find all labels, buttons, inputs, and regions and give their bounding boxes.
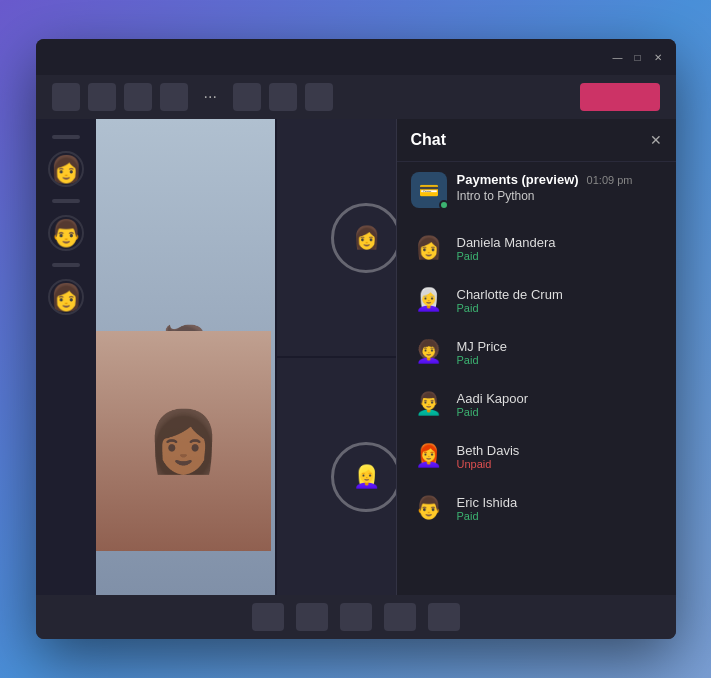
toolbar-item-6[interactable] — [269, 83, 297, 111]
sidebar-avatar-1[interactable]: 👩 — [48, 151, 84, 187]
avatar-top-right: 👩 — [331, 203, 401, 273]
message-subject: Intro to Python — [457, 189, 633, 203]
bottom-bar-item-5[interactable] — [428, 603, 460, 631]
avatar-icon-2: 👨 — [50, 217, 82, 249]
message-sender: Payments (preview) — [457, 172, 579, 187]
participant-info-1: Charlotte de Crum Paid — [457, 287, 563, 314]
participant-name-5: Eric Ishida — [457, 495, 518, 510]
avatar-emoji-0: 👩 — [411, 230, 447, 266]
avatar-bottom-right: 👱‍♀️ — [331, 442, 401, 512]
participant-name-2: MJ Price — [457, 339, 508, 354]
avatar-face-top-right: 👩 — [334, 206, 398, 270]
participant-info-2: MJ Price Paid — [457, 339, 508, 366]
avatar-face-bottom-right: 👱‍♀️ — [334, 445, 398, 509]
participant-status-4: Unpaid — [457, 458, 520, 470]
participant-status-1: Paid — [457, 302, 563, 314]
participant-info-0: Daniela Mandera Paid — [457, 235, 556, 262]
participant-name-4: Beth Davis — [457, 443, 520, 458]
participant-status-0: Paid — [457, 250, 556, 262]
online-status-dot — [439, 200, 449, 210]
participant-row[interactable]: 👩‍🦱 MJ Price Paid — [397, 326, 676, 378]
video-person-bottom-left: 👩🏾 — [146, 406, 221, 477]
maximize-button[interactable]: □ — [632, 51, 644, 63]
participant-avatar-0: 👩 — [411, 230, 447, 266]
participant-avatar-3: 👨‍🦱 — [411, 386, 447, 422]
sidebar-avatar-3[interactable]: 👩 — [48, 279, 84, 315]
payments-icon: 💳 — [411, 172, 447, 208]
participant-row[interactable]: 👨 Eric Ishida Paid — [397, 482, 676, 534]
title-bar: — □ ✕ — [36, 39, 676, 75]
bottom-bar-item-2[interactable] — [296, 603, 328, 631]
participant-row[interactable]: 👨‍🦱 Aadi Kapoor Paid — [397, 378, 676, 430]
chat-close-button[interactable]: ✕ — [650, 132, 662, 148]
avatar-icon-1: 👩 — [50, 153, 82, 185]
toolbar-item-5[interactable] — [233, 83, 261, 111]
participant-avatar-4: 👩‍🦰 — [411, 438, 447, 474]
more-options-icon[interactable]: ··· — [196, 88, 225, 106]
message-meta: Payments (preview) 01:09 pm Intro to Pyt… — [457, 172, 633, 203]
participant-name-3: Aadi Kapoor — [457, 391, 529, 406]
toolbar-item-7[interactable] — [305, 83, 333, 111]
toolbar-item-3[interactable] — [124, 83, 152, 111]
participant-avatar-5: 👨 — [411, 490, 447, 526]
participants-list: 👩 Daniela Mandera Paid 👩‍🦳 Charlotte de … — [397, 218, 676, 595]
participant-status-5: Paid — [457, 510, 518, 522]
sidebar: 👩 👨 👩 — [36, 119, 96, 595]
video-cell-bottom-left: 👩🏾 — [96, 331, 271, 551]
participant-status-3: Paid — [457, 406, 529, 418]
participant-avatar-2: 👩‍🦱 — [411, 334, 447, 370]
avatar-emoji-5: 👨 — [411, 490, 447, 526]
avatar-icon-3: 👩 — [50, 281, 82, 313]
avatar-emoji-1: 👩‍🦳 — [411, 282, 447, 318]
participant-avatar-1: 👩‍🦳 — [411, 282, 447, 318]
minimize-button[interactable]: — — [612, 51, 624, 63]
video-bg-bottom-left: 👩🏾 — [96, 331, 271, 551]
bottom-bar — [36, 595, 676, 639]
participant-info-5: Eric Ishida Paid — [457, 495, 518, 522]
participant-row[interactable]: 👩‍🦰 Beth Davis Unpaid — [397, 430, 676, 482]
main-content: 👩 👨 👩 🧔 👩 — [36, 119, 676, 595]
participant-name-0: Daniela Mandera — [457, 235, 556, 250]
bottom-bar-item-3[interactable] — [340, 603, 372, 631]
participant-info-4: Beth Davis Unpaid — [457, 443, 520, 470]
message-header-row: Payments (preview) 01:09 pm — [457, 172, 633, 187]
chat-header: Chat ✕ — [397, 119, 676, 162]
toolbar: ··· — [36, 75, 676, 119]
sidebar-bar-1 — [52, 135, 80, 139]
participant-info-3: Aadi Kapoor Paid — [457, 391, 529, 418]
payments-message: 💳 Payments (preview) 01:09 pm Intro to P… — [397, 162, 676, 218]
toolbar-item-4[interactable] — [160, 83, 188, 111]
bottom-bar-item-4[interactable] — [384, 603, 416, 631]
participant-name-1: Charlotte de Crum — [457, 287, 563, 302]
close-button[interactable]: ✕ — [652, 51, 664, 63]
sidebar-bar-2 — [52, 199, 80, 203]
toolbar-item-2[interactable] — [88, 83, 116, 111]
payment-emoji: 💳 — [419, 181, 439, 200]
end-call-button[interactable] — [580, 83, 660, 111]
toolbar-item-1[interactable] — [52, 83, 80, 111]
chat-panel: Chat ✕ 💳 Payments (preview) 01:09 pm Int… — [396, 119, 676, 595]
avatar-emoji-3: 👨‍🦱 — [411, 386, 447, 422]
avatar-emoji-2: 👩‍🦱 — [411, 334, 447, 370]
bottom-bar-item-1[interactable] — [252, 603, 284, 631]
participant-row[interactable]: 👩 Daniela Mandera Paid — [397, 222, 676, 274]
chat-title: Chat — [411, 131, 447, 149]
participant-row[interactable]: 👩‍🦳 Charlotte de Crum Paid — [397, 274, 676, 326]
sidebar-avatar-2[interactable]: 👨 — [48, 215, 84, 251]
app-window: — □ ✕ ··· 👩 👨 👩 — [36, 39, 676, 639]
sidebar-bar-3 — [52, 263, 80, 267]
avatar-emoji-4: 👩‍🦰 — [411, 438, 447, 474]
message-time: 01:09 pm — [587, 174, 633, 186]
participant-status-2: Paid — [457, 354, 508, 366]
